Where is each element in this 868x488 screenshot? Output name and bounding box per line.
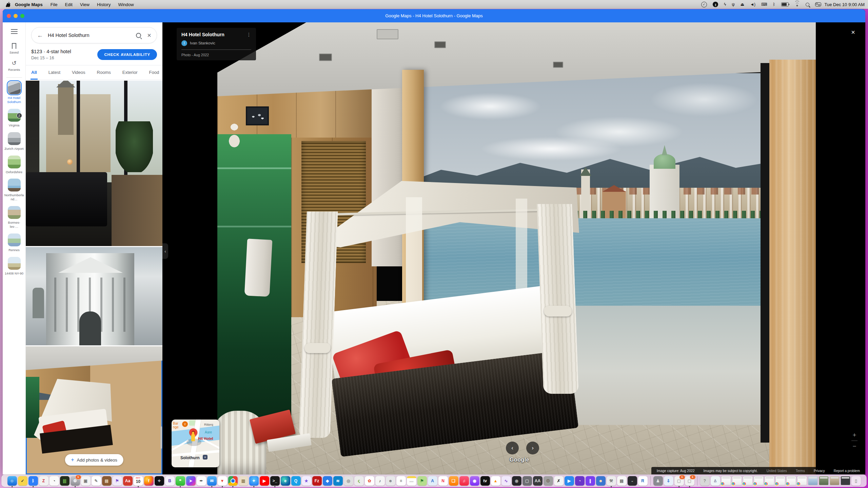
dock-rstudio[interactable]: R (638, 476, 648, 486)
dock-messenger[interactable]: ➤ (186, 476, 196, 486)
dock-bluetooth-exchange[interactable]: ᛒ (28, 476, 38, 486)
dock-bibdesk[interactable]: B (165, 476, 175, 486)
dock-dvd-player[interactable]: ◎ (344, 476, 353, 486)
dock-gauge-app[interactable]: ◔ (50, 476, 59, 486)
dock-voice-memos[interactable]: ∥ (586, 476, 595, 486)
dock-minimized-chrome-window[interactable] (775, 476, 785, 485)
dock-minimized-window-preview[interactable] (819, 476, 829, 485)
dock-minimized-window-preview[interactable] (841, 476, 850, 485)
add-photos-button[interactable]: + Add photos & videos (65, 454, 123, 466)
sidebar-place-rennes[interactable]: Rennes (3, 233, 25, 252)
pegman-icon[interactable] (191, 434, 195, 441)
close-viewer-icon[interactable]: × (849, 28, 857, 36)
dock-pen-app[interactable]: ✒ (197, 476, 206, 486)
bar-poi-icon[interactable]: Y (182, 421, 188, 427)
volume-icon[interactable]: ◄) (750, 2, 755, 7)
dock-system-settings[interactable]: ⚙1 (71, 476, 80, 486)
footer-united-states[interactable]: United States (767, 469, 787, 473)
dock-audio-editor[interactable]: ||| (60, 476, 70, 486)
dock-minimized-window-preview[interactable] (830, 476, 840, 485)
dock-safari[interactable]: ✦ (249, 476, 259, 486)
dock-figure-app[interactable]: ⚒ (607, 476, 616, 486)
check-availability-button[interactable]: CHECK AVAILABILITY (97, 49, 157, 60)
dock-vlc[interactable]: ▲ (491, 476, 500, 486)
footer-report-a-problem[interactable]: Report a problem (834, 469, 860, 473)
minimize-window-button[interactable] (14, 14, 18, 18)
dock-firefox[interactable]: f (144, 476, 154, 486)
footer-terms[interactable]: Terms (796, 469, 805, 473)
dock-piano-app[interactable]: ♪ (375, 476, 385, 486)
sidebar-place-oxfordshire[interactable]: Oxfordshire (3, 156, 25, 174)
dock-textedit[interactable]: ✎ (92, 476, 101, 486)
sidebar-place-zurich-airport[interactable]: Zurich Airport (3, 132, 25, 151)
apple-menu-icon[interactable] (3, 2, 12, 7)
dock-notes[interactable]: ▬ (407, 476, 416, 486)
collapse-panel-button[interactable]: ‹ (162, 243, 168, 259)
sidebar-item-saved[interactable]: Saved (3, 43, 25, 54)
menu-window[interactable]: Window (118, 2, 134, 7)
dock-calendar[interactable]: 10DEC (134, 476, 143, 486)
menu-history[interactable]: History (97, 2, 111, 7)
sidebar-place-14408-ny-90[interactable]: 14408 NY-90 (3, 257, 25, 276)
dock-leather-app[interactable]: ▤ (102, 476, 112, 486)
mini-map[interactable]: Barnge Y Ritterq Aare H4 Hotel Solothurn… (172, 420, 219, 467)
wifi-icon[interactable] (794, 2, 800, 6)
dock-facetime[interactable]: ▶ (565, 476, 574, 486)
dock-minimized-chrome-window[interactable] (765, 476, 774, 485)
lightning-icon[interactable]: ϟ (724, 2, 726, 7)
dock-minimized-chrome-window[interactable] (797, 476, 807, 485)
dock-news[interactable]: N (438, 476, 448, 486)
menu-bar-date[interactable]: Tue Dec 10 (825, 2, 847, 7)
dock-music[interactable]: ♫ (459, 476, 469, 486)
dock-filezilla[interactable]: Fz (312, 476, 322, 486)
equalizer-circle-icon[interactable]: ||| (713, 2, 718, 7)
dock-activity-monitor[interactable]: ▣ (81, 476, 91, 486)
previous-photo-button[interactable]: ‹ (506, 442, 519, 454)
sidebar-place-virginia[interactable]: 2Virginia (3, 109, 25, 127)
dock-gray-utility[interactable]: ▢ (522, 476, 532, 486)
more-options-icon[interactable]: ⋮ (244, 32, 251, 37)
sidebar-place-bormes-les-[interactable]: Bormes-les-… (3, 206, 25, 229)
zoom-out-button[interactable]: − (852, 442, 856, 451)
dock-meditation-app[interactable]: ✧ (155, 476, 164, 486)
dock-shared-folder[interactable]: ♟ (653, 476, 663, 486)
panel-scrollbar[interactable] (160, 426, 162, 449)
dock-gecko-app[interactable]: ς (354, 476, 364, 486)
clear-search-icon[interactable]: × (147, 32, 151, 39)
dock-badge-app-2[interactable]: ▢1 (685, 476, 694, 486)
dock-finder[interactable]: ☺ (7, 476, 17, 486)
photo-author[interactable]: Ivan Stankovic (190, 41, 215, 45)
dock-badge-app-1[interactable]: ▢1 (674, 476, 684, 486)
footer-image-capture-aug-2022[interactable]: Image capture: Aug 2022 (657, 469, 695, 473)
photo-thumbnail-cathedral[interactable] (26, 247, 162, 345)
dock-star-app[interactable]: ★ (302, 476, 311, 486)
dock-openoffice[interactable]: ≋ (333, 476, 343, 486)
next-photo-button[interactable]: › (526, 442, 539, 454)
dock-trash[interactable]: ▯ (851, 476, 861, 486)
zoom-in-button[interactable]: + (852, 431, 856, 440)
dock-bottle-app[interactable]: ∆ (711, 476, 720, 486)
dock-terminal[interactable]: >_ (270, 476, 280, 486)
dock-youtube[interactable]: ▶ (260, 476, 269, 486)
dock-contacts-app[interactable]: ☻ (386, 476, 395, 486)
checkmark-circle-icon[interactable]: ✓ (701, 2, 707, 7)
close-window-button[interactable] (7, 14, 11, 18)
dock-hat-app[interactable]: ◒ (628, 476, 637, 486)
tab-food[interactable]: Food (149, 65, 160, 80)
dock-ribbons-app[interactable]: ∿ (501, 476, 511, 486)
sidebar-place-northumberland-[interactable]: Northumberland… (3, 179, 25, 201)
dock-podcasts[interactable]: ◉ (470, 476, 479, 486)
dock-quicktime[interactable]: Q (291, 476, 301, 486)
bluetooth-icon[interactable]: ᛒ (773, 2, 775, 7)
tab-latest[interactable]: Latest (48, 65, 61, 80)
menu-bar-time[interactable]: 9:00 AM (848, 2, 865, 7)
search-icon[interactable] (136, 33, 141, 38)
battery-icon[interactable] (781, 2, 789, 6)
dock-font-aa-app[interactable]: AA (533, 476, 542, 486)
dock-minimized-chrome-window[interactable] (754, 476, 764, 485)
dock-apple-tv[interactable]: tv (480, 476, 490, 486)
eject-icon[interactable]: ⏏ (741, 2, 744, 7)
dock-missing-app[interactable]: ? (700, 476, 710, 486)
dock-vinyl-app[interactable]: ◉ (512, 476, 521, 486)
back-arrow-icon[interactable]: ← (37, 32, 43, 39)
